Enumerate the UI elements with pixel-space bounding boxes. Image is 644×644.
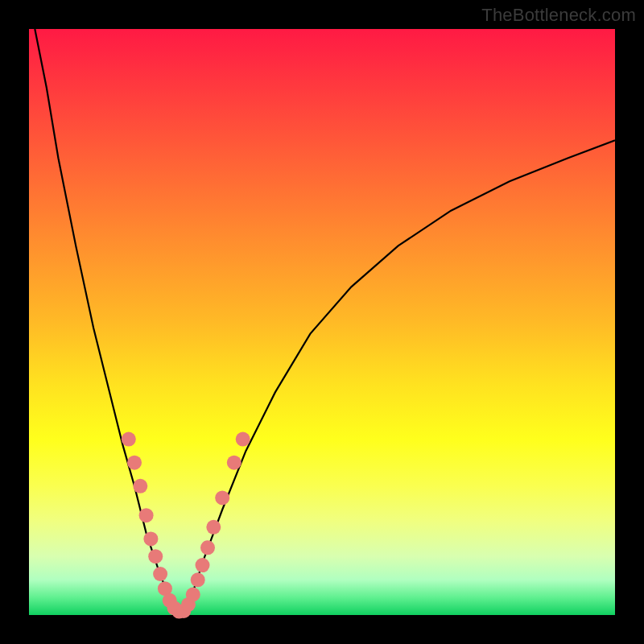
highlight-dot	[143, 531, 158, 546]
highlight-dot	[139, 508, 154, 522]
highlight-dot	[122, 432, 136, 447]
highlight-dot	[127, 456, 142, 470]
chart-frame: TheBottleneck.com	[0, 0, 644, 644]
curve-left-arm	[35, 29, 175, 612]
highlight-dot	[236, 432, 250, 447]
highlight-dot	[200, 540, 215, 555]
highlight-dot	[191, 572, 205, 587]
curve-layer	[35, 29, 615, 612]
watermark-text: TheBottleneck.com	[481, 5, 636, 26]
marker-layer	[122, 432, 250, 619]
highlight-dot	[215, 490, 229, 505]
curve-right-arm	[184, 140, 615, 612]
highlight-dot	[153, 567, 167, 581]
highlight-dot	[148, 549, 163, 564]
chart-svg	[29, 29, 615, 615]
highlight-dot	[196, 558, 210, 572]
highlight-dot	[133, 479, 147, 493]
highlight-dot	[206, 520, 221, 535]
highlight-dot	[186, 588, 200, 602]
highlight-dot	[227, 456, 242, 470]
